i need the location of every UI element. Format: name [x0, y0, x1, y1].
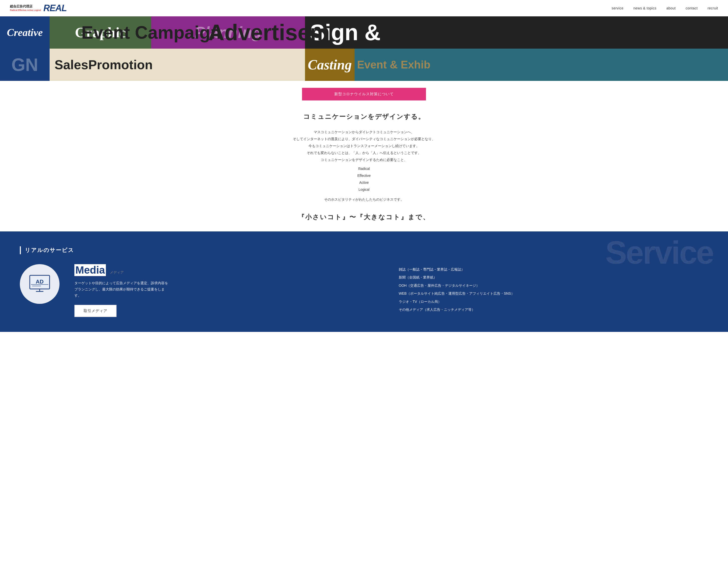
hero-text-sign: Sign & [310, 21, 381, 44]
hero-cell-creative: Creative [0, 16, 50, 49]
svg-text:AD: AD [36, 278, 44, 285]
ad-svg-icon: AD [29, 274, 51, 294]
main-nav: service news & topics about contact recr… [612, 6, 718, 10]
announcement-section: 新型コロナウイルス対策について [0, 81, 728, 107]
main-heading: コミュニケーションをデザインする。 [5, 112, 723, 121]
nav-about[interactable]: about [666, 6, 676, 10]
list-item: WEB（ポータルサイト純広告・運用型広告・アフィリエイト広告・SNS） [399, 291, 708, 296]
main-para-3: 今もコミュニケーションはトランスフォーメーションし続けています。 [5, 142, 723, 149]
nav-recruit[interactable]: recruit [708, 6, 718, 10]
accent-line [20, 246, 21, 254]
hero-grid: Creative Graphic Planning Sign & GN Sale… [0, 16, 728, 81]
list-item: OOH（交通広告・屋外広告・デジタルサイネージ） [399, 283, 708, 288]
service-section: Service リアルのサービス AD [0, 231, 728, 332]
hero-text-planning: Planning [195, 25, 262, 40]
announcement-button[interactable]: 新型コロナウイルス対策について [302, 88, 426, 100]
list-item: その他メディア（求人広告・ニッチメディア等） [399, 307, 708, 312]
main-para-2: そしてインターネットの普及により、ダイバーシティなコミュニケーションが必要となり… [5, 135, 723, 142]
nav-service[interactable]: service [612, 6, 624, 10]
logo-real: REAL [43, 3, 67, 13]
list-item: 雑誌（一般誌・専門誌・業界誌・広報誌） [399, 266, 708, 272]
service-section-header: リアルのサービス [20, 246, 708, 254]
hero-text-eventexhib: Event & Exhib [357, 59, 430, 70]
ad-icon: AD [29, 274, 51, 294]
service-section-label: リアルのサービス [25, 246, 74, 254]
keyword-radical: Radical [5, 165, 723, 172]
hero-cell-casting: Casting [305, 49, 355, 81]
list-item: 新聞（全国紙・業界紙） [399, 274, 708, 280]
media-title-area: Media メディア [74, 264, 384, 276]
hero-text-gn: GN [11, 56, 38, 74]
nav-news-topics[interactable]: news & topics [634, 6, 657, 10]
media-description: ターゲットや目的によって広告メディアを選定、訴求内容をプランニングし、最大限の効… [74, 280, 169, 299]
hero-text-salespromo: SalesPromotion [55, 58, 153, 71]
logo-tagline-sub: Radical.Effective.Active.Logical [10, 9, 41, 12]
hero-text-creative: Creative [7, 27, 43, 38]
hero-cell-eventexhib: Event & Exhib [355, 49, 728, 81]
nav-contact[interactable]: contact [686, 6, 698, 10]
logo-tagline-main: 総合広告代理店 [10, 4, 41, 9]
main-para-1: マスコミュニケーションからダイレクトコミュニケーションへ、 [5, 128, 723, 135]
hero-cell-gn: GN [0, 49, 50, 81]
list-item: ラジオ・TV（ローカル局） [399, 299, 708, 304]
main-keywords: Radical Effective Active Logical [5, 165, 723, 193]
keyword-effective: Effective [5, 172, 723, 179]
site-header: 総合広告代理店 Radical.Effective.Active.Logical… [0, 0, 728, 16]
hero-text-graphic: Graphic [75, 25, 126, 40]
keyword-logical: Logical [5, 186, 723, 193]
media-button[interactable]: 取引メディア [74, 305, 117, 317]
keyword-active: Active [5, 179, 723, 186]
main-copy-section: コミュニケーションをデザインする。 マスコミュニケーションからダイレクトコミュニ… [0, 107, 728, 231]
media-icon-wrap: AD [20, 264, 60, 304]
service-content: AD Media メディア ターゲットや目的によって広告メディアを選定、訴求内容… [20, 264, 708, 317]
main-para-4: それでも変わらないことは、「人」から「人」へ伝えるということです。 [5, 149, 723, 156]
hero-cell-sign: Sign & [305, 16, 728, 49]
hero-cell-graphic: Graphic [50, 16, 151, 49]
hero-text-casting: Casting [308, 58, 352, 72]
hero-cell-salespromo: SalesPromotion [50, 49, 305, 81]
media-info: Media メディア ターゲットや目的によって広告メディアを選定、訴求内容をプラ… [74, 264, 384, 317]
media-list: 雑誌（一般誌・専門誌・業界誌・広報誌） 新聞（全国紙・業界紙） OOH（交通広告… [399, 264, 708, 312]
main-tagline-large: 『小さいコト』〜『大きなコト』まで、 [5, 213, 723, 221]
hero-cell-planning: Planning [151, 16, 305, 49]
media-title: Media [74, 264, 106, 276]
logo-area[interactable]: 総合広告代理店 Radical.Effective.Active.Logical… [10, 3, 67, 13]
main-para-5: コミュニケーションをデザインするために必要なこと、 [5, 156, 723, 163]
media-subtitle: メディア [110, 270, 124, 275]
main-tagline: そのホスピタリティがわたしたちのビジネスです。 [5, 196, 723, 203]
logo-tagline: 総合広告代理店 Radical.Effective.Active.Logical [10, 4, 41, 12]
